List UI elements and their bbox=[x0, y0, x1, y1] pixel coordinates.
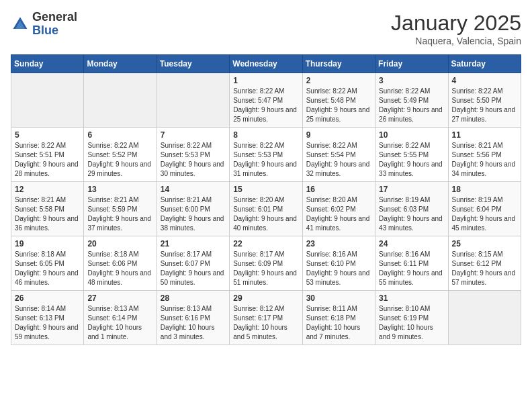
day-number: 14 bbox=[161, 185, 226, 194]
day-info: Sunrise: 8:11 AMSunset: 6:18 PMDaylight:… bbox=[306, 305, 361, 340]
day-of-week-header: Tuesday bbox=[157, 55, 229, 73]
day-number: 28 bbox=[161, 293, 226, 303]
calendar-day-cell: 12Sunrise: 8:21 AMSunset: 5:58 PMDayligh… bbox=[11, 182, 84, 236]
day-info: Sunrise: 8:22 AMSunset: 5:52 PMDaylight:… bbox=[87, 142, 151, 177]
calendar-day-cell: 4Sunrise: 8:22 AMSunset: 5:50 PMDaylight… bbox=[448, 73, 521, 128]
day-info: Sunrise: 8:22 AMSunset: 5:53 PMDaylight:… bbox=[161, 142, 224, 177]
calendar-day-cell: 21Sunrise: 8:17 AMSunset: 6:07 PMDayligh… bbox=[157, 236, 229, 291]
day-of-week-header: Monday bbox=[84, 55, 157, 73]
calendar-day-cell: 7Sunrise: 8:22 AMSunset: 5:53 PMDaylight… bbox=[157, 128, 229, 182]
day-number: 11 bbox=[452, 130, 517, 140]
calendar-header-row: SundayMondayTuesdayWednesdayThursdayFrid… bbox=[11, 55, 521, 73]
day-of-week-header: Saturday bbox=[448, 55, 521, 73]
day-info: Sunrise: 8:21 AMSunset: 5:58 PMDaylight:… bbox=[15, 196, 79, 232]
day-number: 12 bbox=[15, 185, 80, 194]
calendar-day-cell: 13Sunrise: 8:21 AMSunset: 5:59 PMDayligh… bbox=[84, 182, 157, 236]
calendar-day-cell: 22Sunrise: 8:17 AMSunset: 6:09 PMDayligh… bbox=[230, 236, 302, 291]
calendar-day-cell: 11Sunrise: 8:21 AMSunset: 5:56 PMDayligh… bbox=[448, 128, 521, 182]
day-info: Sunrise: 8:14 AMSunset: 6:13 PMDaylight:… bbox=[15, 305, 79, 340]
logo-blue: Blue bbox=[32, 24, 58, 37]
day-of-week-header: Friday bbox=[375, 55, 448, 73]
day-number: 4 bbox=[452, 76, 517, 85]
location-title: Naquera, Valencia, Spain bbox=[391, 36, 521, 46]
calendar-day-cell: 23Sunrise: 8:16 AMSunset: 6:10 PMDayligh… bbox=[302, 236, 375, 291]
day-info: Sunrise: 8:12 AMSunset: 6:17 PMDaylight:… bbox=[233, 305, 287, 340]
calendar-day-cell: 14Sunrise: 8:21 AMSunset: 6:00 PMDayligh… bbox=[157, 182, 229, 236]
calendar-day-cell: 20Sunrise: 8:18 AMSunset: 6:06 PMDayligh… bbox=[84, 236, 157, 291]
day-number: 29 bbox=[233, 293, 298, 303]
day-number: 15 bbox=[233, 185, 298, 194]
day-info: Sunrise: 8:22 AMSunset: 5:54 PMDaylight:… bbox=[306, 142, 370, 177]
calendar-week-row: 5Sunrise: 8:22 AMSunset: 5:51 PMDaylight… bbox=[11, 128, 521, 182]
day-number: 24 bbox=[379, 239, 444, 248]
calendar-week-row: 12Sunrise: 8:21 AMSunset: 5:58 PMDayligh… bbox=[11, 182, 521, 236]
calendar-day-cell: 15Sunrise: 8:20 AMSunset: 6:01 PMDayligh… bbox=[230, 182, 302, 236]
day-info: Sunrise: 8:16 AMSunset: 6:11 PMDaylight:… bbox=[379, 250, 443, 286]
calendar-table: SundayMondayTuesdayWednesdayThursdayFrid… bbox=[11, 54, 521, 345]
day-info: Sunrise: 8:22 AMSunset: 5:53 PMDaylight:… bbox=[233, 142, 297, 177]
day-number: 2 bbox=[306, 76, 371, 85]
day-info: Sunrise: 8:22 AMSunset: 5:55 PMDaylight:… bbox=[379, 142, 443, 177]
calendar-week-row: 19Sunrise: 8:18 AMSunset: 6:05 PMDayligh… bbox=[11, 236, 521, 291]
day-info: Sunrise: 8:21 AMSunset: 5:59 PMDaylight:… bbox=[87, 196, 151, 232]
calendar-day-cell: 17Sunrise: 8:19 AMSunset: 6:03 PMDayligh… bbox=[375, 182, 448, 236]
day-number: 16 bbox=[306, 185, 371, 194]
calendar-day-cell bbox=[157, 73, 229, 128]
day-number: 5 bbox=[15, 130, 80, 140]
day-number: 8 bbox=[233, 130, 298, 140]
day-info: Sunrise: 8:13 AMSunset: 6:14 PMDaylight:… bbox=[87, 305, 142, 340]
calendar-day-cell: 6Sunrise: 8:22 AMSunset: 5:52 PMDaylight… bbox=[84, 128, 157, 182]
day-of-week-header: Wednesday bbox=[230, 55, 302, 73]
day-number: 9 bbox=[306, 130, 371, 140]
day-number: 7 bbox=[161, 130, 226, 140]
calendar-day-cell: 30Sunrise: 8:11 AMSunset: 6:18 PMDayligh… bbox=[302, 291, 375, 345]
calendar-day-cell: 25Sunrise: 8:15 AMSunset: 6:12 PMDayligh… bbox=[448, 236, 521, 291]
page-header: General Blue January 2025 Naquera, Valen… bbox=[11, 11, 521, 46]
calendar-week-row: 1Sunrise: 8:22 AMSunset: 5:47 PMDaylight… bbox=[11, 73, 521, 128]
day-number: 20 bbox=[87, 239, 152, 248]
calendar-day-cell: 24Sunrise: 8:16 AMSunset: 6:11 PMDayligh… bbox=[375, 236, 448, 291]
calendar-week-row: 26Sunrise: 8:14 AMSunset: 6:13 PMDayligh… bbox=[11, 291, 521, 345]
day-number: 31 bbox=[379, 293, 444, 303]
day-info: Sunrise: 8:21 AMSunset: 5:56 PMDaylight:… bbox=[452, 142, 516, 177]
calendar-day-cell: 1Sunrise: 8:22 AMSunset: 5:47 PMDaylight… bbox=[230, 73, 302, 128]
calendar-day-cell: 29Sunrise: 8:12 AMSunset: 6:17 PMDayligh… bbox=[230, 291, 302, 345]
calendar-day-cell: 19Sunrise: 8:18 AMSunset: 6:05 PMDayligh… bbox=[11, 236, 84, 291]
logo: General Blue bbox=[11, 11, 77, 38]
calendar-day-cell: 31Sunrise: 8:10 AMSunset: 6:19 PMDayligh… bbox=[375, 291, 448, 345]
day-number: 26 bbox=[15, 293, 80, 303]
day-info: Sunrise: 8:13 AMSunset: 6:16 PMDaylight:… bbox=[161, 305, 215, 340]
calendar-day-cell bbox=[11, 73, 84, 128]
day-info: Sunrise: 8:16 AMSunset: 6:10 PMDaylight:… bbox=[306, 250, 370, 286]
calendar-day-cell: 26Sunrise: 8:14 AMSunset: 6:13 PMDayligh… bbox=[11, 291, 84, 345]
logo-general: General bbox=[32, 10, 77, 24]
title-block: January 2025 Naquera, Valencia, Spain bbox=[391, 11, 521, 46]
calendar-day-cell: 10Sunrise: 8:22 AMSunset: 5:55 PMDayligh… bbox=[375, 128, 448, 182]
day-number: 23 bbox=[306, 239, 371, 248]
day-number: 22 bbox=[233, 239, 298, 248]
day-number: 3 bbox=[379, 76, 444, 85]
day-info: Sunrise: 8:19 AMSunset: 6:04 PMDaylight:… bbox=[452, 196, 516, 232]
day-info: Sunrise: 8:19 AMSunset: 6:03 PMDaylight:… bbox=[379, 196, 443, 232]
calendar-day-cell bbox=[448, 291, 521, 345]
calendar-day-cell: 5Sunrise: 8:22 AMSunset: 5:51 PMDaylight… bbox=[11, 128, 84, 182]
day-number: 17 bbox=[379, 185, 444, 194]
logo-text: General Blue bbox=[32, 11, 77, 38]
day-info: Sunrise: 8:10 AMSunset: 6:19 PMDaylight:… bbox=[379, 305, 433, 340]
day-number: 10 bbox=[379, 130, 444, 140]
day-info: Sunrise: 8:22 AMSunset: 5:47 PMDaylight:… bbox=[233, 87, 297, 123]
month-title: January 2025 bbox=[391, 11, 521, 36]
day-of-week-header: Thursday bbox=[302, 55, 375, 73]
calendar-day-cell: 18Sunrise: 8:19 AMSunset: 6:04 PMDayligh… bbox=[448, 182, 521, 236]
day-number: 1 bbox=[233, 76, 298, 85]
day-number: 21 bbox=[161, 239, 226, 248]
day-info: Sunrise: 8:20 AMSunset: 6:01 PMDaylight:… bbox=[233, 196, 297, 232]
day-info: Sunrise: 8:18 AMSunset: 6:06 PMDaylight:… bbox=[87, 250, 151, 286]
calendar-day-cell bbox=[84, 73, 157, 128]
day-number: 13 bbox=[87, 185, 152, 194]
day-info: Sunrise: 8:17 AMSunset: 6:09 PMDaylight:… bbox=[233, 250, 297, 286]
day-info: Sunrise: 8:22 AMSunset: 5:49 PMDaylight:… bbox=[379, 87, 443, 123]
day-number: 27 bbox=[87, 293, 152, 303]
calendar-day-cell: 8Sunrise: 8:22 AMSunset: 5:53 PMDaylight… bbox=[230, 128, 302, 182]
day-number: 25 bbox=[452, 239, 517, 248]
